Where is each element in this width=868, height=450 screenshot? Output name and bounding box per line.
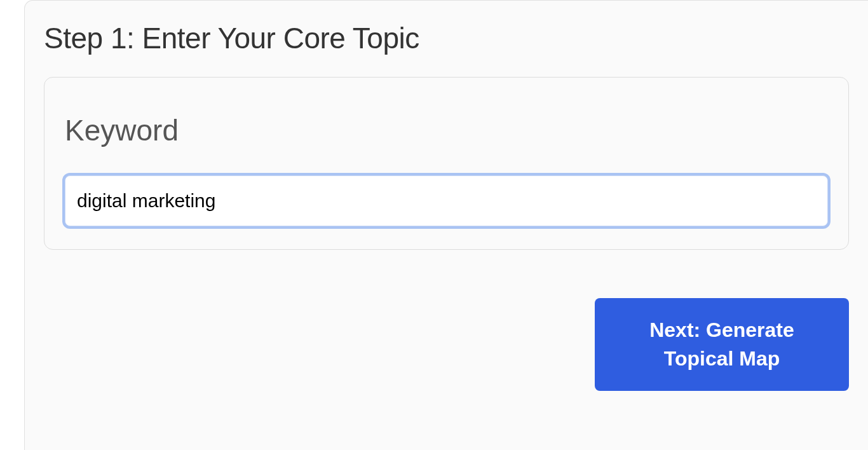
step-title: Step 1: Enter Your Core Topic — [44, 21, 849, 55]
step-card: Step 1: Enter Your Core Topic Keyword Ne… — [24, 0, 868, 450]
keyword-label: Keyword — [65, 113, 828, 147]
button-row: Next: Generate Topical Map — [44, 298, 849, 391]
keyword-card: Keyword — [44, 77, 849, 250]
next-button[interactable]: Next: Generate Topical Map — [595, 298, 849, 391]
keyword-input[interactable] — [65, 175, 828, 226]
